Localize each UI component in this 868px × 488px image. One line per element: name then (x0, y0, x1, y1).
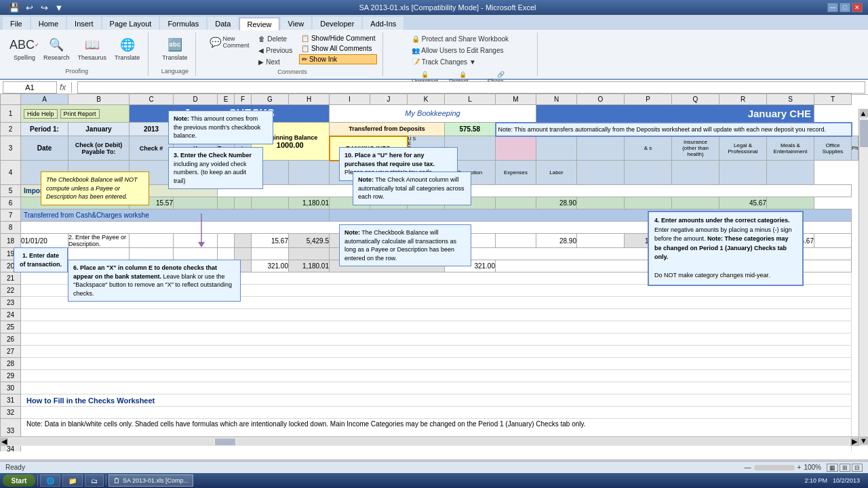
quick-access-toolbar[interactable]: 💾 ↩ ↪ ▼ (5, 0, 68, 15)
cell-import-csv[interactable]: Import CSV Data (starting on Row 18) (21, 185, 218, 197)
tab-insert[interactable]: Insert (67, 17, 101, 30)
research-button[interactable]: 🔍 Research (41, 34, 73, 62)
ribbon-tabs[interactable]: File Home Insert Page Layout Formulas Da… (0, 15, 868, 30)
cell-date[interactable]: 12/31/2013 (174, 123, 218, 136)
tab-review[interactable]: Review (239, 18, 279, 30)
col-header-g[interactable]: G (252, 94, 289, 105)
new-comment-button[interactable]: 💬 NewComment (207, 34, 252, 50)
show-ink-button[interactable]: ✏ Show Ink (299, 54, 377, 64)
thesaurus-button[interactable]: 📖 Thesaurus (75, 34, 110, 62)
col-header-s[interactable]: S (767, 94, 814, 105)
next-button[interactable]: ▶ Next (256, 57, 295, 67)
tab-add-ins[interactable]: Add-Ins (363, 17, 403, 30)
cell-total3: 321.00 (408, 197, 445, 209)
tab-home[interactable]: Home (31, 17, 66, 30)
help-title: How to Fill in the Checks Worksheet (21, 394, 852, 407)
customize-icon[interactable]: ▼ (53, 1, 65, 14)
restore-button[interactable]: □ (840, 3, 850, 12)
translate2-button[interactable]: 🔤 Translate (159, 34, 190, 62)
col-header-e[interactable]: E (218, 94, 235, 105)
tab-formulas[interactable]: Formulas (160, 17, 206, 30)
col-header-q[interactable]: Q (672, 94, 719, 105)
save-icon[interactable]: 💾 (8, 1, 20, 14)
cell-month[interactable]: January (68, 123, 130, 136)
translate2-icon: 🔤 (165, 35, 184, 54)
print-report-button[interactable]: Print Report (60, 109, 100, 119)
tab-page-layout[interactable]: Page Layout (102, 17, 159, 30)
show-hide-comment-button[interactable]: 📋 Show/Hide Comment (299, 34, 377, 43)
track-changes-button[interactable]: 📝 Track Changes ▼ (409, 57, 479, 67)
col-header-j[interactable]: J (370, 94, 408, 105)
col-header-i[interactable]: I (330, 94, 370, 105)
previous-button[interactable]: ◀ Previous (256, 45, 295, 56)
cell-year[interactable]: 2013 (130, 123, 174, 136)
cell-beginning-balance: Beginning Balance 1000.00 (252, 123, 330, 161)
start-button[interactable]: Start (3, 474, 35, 487)
redo-icon[interactable]: ↪ (38, 1, 50, 14)
name-box[interactable] (3, 81, 57, 94)
cell-phone-header: Pho (852, 136, 859, 161)
show-all-comments-button[interactable]: 📋 Show All Comments (299, 44, 377, 53)
formula-input[interactable] (77, 81, 865, 94)
vertical-scrollbar[interactable]: ▲ ▼ (859, 108, 868, 446)
taskbar-excel-active[interactable]: 🗒 SA 2013-01.xls [Comp... (108, 474, 193, 487)
row-8: 8 (1, 222, 859, 234)
minimize-button[interactable]: — (827, 3, 838, 12)
col-header-o[interactable]: O (577, 94, 625, 105)
col-header-p[interactable]: P (625, 94, 672, 105)
cell-18-s[interactable]: 45.67 (767, 234, 814, 248)
view-normal[interactable]: ▦ (827, 464, 838, 472)
spelling-icon: ABC✓ (15, 35, 34, 54)
tab-view[interactable]: View (281, 17, 312, 30)
taskbar-folder[interactable]: 📁 (62, 474, 83, 487)
status-zoom-controls[interactable]: — + 100% (745, 464, 821, 471)
col-header-d[interactable]: D (174, 94, 218, 105)
protect-share-workbook-button[interactable]: 🔒 Protect and Share Workbook (409, 34, 511, 44)
cell-total1: 15.57 (130, 197, 174, 209)
col-header-m[interactable]: M (496, 94, 536, 105)
col-header-f[interactable]: F (235, 94, 252, 105)
col-header-h[interactable]: H (289, 94, 330, 105)
row-5: 5 Import CSV Data (starting on Row 18) (1, 185, 859, 197)
cell-18-payee[interactable]: 2. Enter the Payee or Description. (68, 234, 130, 248)
taskbar-explore[interactable]: 🗂 (85, 474, 104, 487)
col-header-l[interactable]: L (445, 94, 496, 105)
translate-button[interactable]: 🌐 Translate (112, 34, 142, 62)
cell-18-date[interactable]: 01/01/20 (21, 234, 68, 248)
taskbar-ie[interactable]: 🌐 (40, 474, 60, 487)
cell-cost-of-sales: Cost of Sales (408, 161, 445, 185)
ribbon-group-language: 🔤 Translate Language (154, 33, 196, 76)
col-header-r[interactable]: R (719, 94, 767, 105)
window-controls[interactable]: — □ ✕ (827, 3, 863, 12)
cell-a1[interactable]: Hide Help Print Report (21, 105, 130, 123)
col-header-c[interactable]: C (130, 94, 174, 105)
spelling-button[interactable]: ABC✓ Spelling (11, 34, 38, 62)
view-preview[interactable]: ⊟ (852, 464, 863, 472)
allow-users-button[interactable]: 👥 Allow Users to Edit Ranges (409, 45, 506, 56)
cell-20-date[interactable]: 01/03/20 (21, 260, 68, 272)
undo-icon[interactable]: ↩ (23, 1, 35, 14)
tab-file[interactable]: File (3, 17, 30, 30)
tab-developer[interactable]: Developer (313, 17, 361, 30)
title-bar: 💾 ↩ ↪ ▼ SA 2013-01.xls [Compatibility Mo… (0, 0, 868, 15)
col-header-k[interactable]: K (408, 94, 445, 105)
cell-20-l[interactable]: 321.00 (445, 260, 496, 272)
col-header-b[interactable]: B (68, 94, 130, 105)
view-layout[interactable]: ⊞ (840, 464, 850, 472)
horizontal-scrollbar[interactable]: ◀ ▶ (0, 436, 859, 446)
col-header-t[interactable]: T (814, 94, 852, 105)
hide-help-button[interactable]: Hide Help (24, 109, 58, 119)
delete-button[interactable]: 🗑 Delete (256, 34, 295, 44)
row-25: 25 (1, 321, 859, 333)
tab-data[interactable]: Data (208, 17, 238, 30)
cell-total4: 28.90 (536, 197, 577, 209)
cell-19-date[interactable]: 01/02/20 (21, 248, 68, 260)
cell-transferred-cash: Transferred from Cash&Charges workshe (21, 209, 330, 222)
status-bar: Ready — + 100% ▦ ⊞ ⊟ (0, 461, 868, 473)
close-button[interactable]: ✕ (852, 3, 863, 12)
row-3: 3 Date Check (or Debit) Payable To: Chec… (1, 136, 859, 161)
cell-18-n[interactable]: 28.90 (536, 234, 577, 248)
col-header-n[interactable]: N (536, 94, 577, 105)
cell-period-label: Period 1: (21, 123, 68, 136)
col-header-a[interactable]: A (21, 94, 68, 105)
